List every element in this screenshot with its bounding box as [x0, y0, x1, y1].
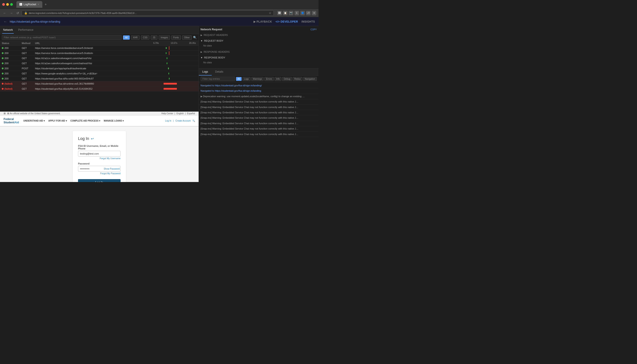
tab-details[interactable]: Details: [212, 68, 227, 76]
copy-button[interactable]: COPY: [310, 28, 317, 31]
extension-settings-icon[interactable]: ⚙: [312, 11, 316, 15]
espanol-link[interactable]: Español: [187, 112, 195, 115]
back-button[interactable]: ←: [2, 11, 7, 15]
extension-flag-icon[interactable]: 🔵: [300, 11, 305, 15]
filter-images-btn[interactable]: Images: [159, 36, 170, 40]
list-item: [Snap-ins] Warning: Embedded Service Cha…: [199, 105, 318, 110]
extension-e-icon[interactable]: E: [294, 11, 299, 15]
tab-performance[interactable]: Performance: [17, 26, 34, 34]
nav-manage-loans[interactable]: MANAGE LOANS ▾: [104, 120, 124, 122]
status-cell: (failed): [2, 82, 22, 85]
english-link[interactable]: English: [176, 112, 184, 115]
response-body-toggle[interactable]: ▼ RESPONSE BODY: [201, 55, 317, 60]
network-filter-input[interactable]: [2, 35, 122, 40]
lr-back-button[interactable]: ←: [4, 20, 7, 24]
nav-complete-aid[interactable]: COMPLETE AID PROCESS ▾: [71, 120, 100, 122]
active-tab[interactable]: 🅰 LogRocket ✕: [17, 1, 42, 8]
table-row[interactable]: 200 GET https://service.force.com/embedd…: [0, 46, 199, 51]
log-text: Deprecation warning: use moment.updateLo…: [203, 95, 305, 98]
timeline-t1: 6.78s: [153, 42, 159, 44]
log-filter-logs[interactable]: Logs: [242, 77, 250, 81]
tab-close-icon[interactable]: ✕: [38, 3, 39, 6]
header-method: Method: [22, 42, 35, 44]
log-filter-warnings[interactable]: Warnings: [251, 77, 264, 81]
log-in-link[interactable]: Log In: [165, 120, 171, 122]
filter-xhr-btn[interactable]: XHR: [131, 36, 140, 40]
address-bar[interactable]: 🔒 demo.logrocket.com/demo-kdz7k/logrocke…: [22, 10, 274, 16]
nav-understand-aid[interactable]: UNDERSTAND AID ▾: [23, 120, 45, 122]
timeline-cell: [152, 82, 197, 86]
filter-other-btn[interactable]: Other: [182, 36, 192, 40]
url-cell: https://d.la1wx.salesforceliveagent.com/…: [35, 62, 152, 65]
filter-fonts-btn[interactable]: Fonts: [171, 36, 181, 40]
tab-favicon: 🅰: [20, 3, 22, 6]
table-row[interactable]: 200 GET https://www.google-analytics.com…: [0, 71, 199, 76]
timeline-bar-failed: [164, 88, 177, 90]
network-table-header: Status Method URL 6.78s 13.57s 20.35s: [0, 41, 199, 46]
log-filter-input[interactable]: [201, 76, 235, 81]
browser-chrome: 🅰 LogRocket ✕ +: [0, 0, 318, 9]
network-filter-bar: All XHR CSS JS Images Fonts Other 🔍: [0, 34, 199, 41]
forgot-password-link[interactable]: Forgot My Password: [78, 172, 121, 175]
status-cell: (failed): [2, 88, 22, 90]
log-filter-errors[interactable]: Errors: [264, 77, 273, 81]
request-body-toggle[interactable]: ▼ REQUEST BODY: [201, 38, 317, 43]
forgot-username-link[interactable]: Forgot My Username: [78, 157, 121, 160]
show-password-button[interactable]: Show Password: [104, 168, 120, 170]
status-dot: [2, 78, 4, 80]
tab-logs[interactable]: Logs: [199, 68, 212, 76]
log-text: [Snap-ins] Warning: Embedded Service Cha…: [201, 116, 298, 119]
log-filter-redux[interactable]: Redux: [293, 77, 302, 81]
forward-button[interactable]: →: [9, 11, 14, 15]
login-button[interactable]: Log In: [78, 179, 121, 182]
request-headers-toggle[interactable]: ▶ REQUEST HEADERS: [201, 33, 317, 37]
new-tab-button[interactable]: +: [43, 2, 48, 6]
log-filter-navigation[interactable]: Navigation: [303, 77, 317, 81]
extension-lr-icon[interactable]: LR: [306, 11, 310, 15]
nav-apply-for-aid[interactable]: APPLY FOR AID ▾: [48, 120, 67, 122]
tab-bar: 🅰 LogRocket ✕ +: [17, 1, 316, 8]
table-row[interactable]: (failed) GET https://studentaid.gov/fsa-…: [0, 81, 199, 86]
refresh-button[interactable]: ↺: [16, 11, 20, 15]
timeline-cell: [152, 56, 197, 60]
playback-button[interactable]: ▶ PLAYBACK: [253, 20, 272, 23]
response-headers-toggle[interactable]: ▶ RESPONSE HEADERS: [201, 50, 317, 54]
table-row[interactable]: 200 GET https://studentaid.gov/fsa-id/fa…: [0, 76, 199, 81]
table-row[interactable]: 200 GET https://d.la1cx.salesforceliveag…: [0, 56, 199, 61]
login-title: Log In ↩: [78, 136, 121, 141]
extension-camera-icon[interactable]: 📷: [289, 11, 293, 15]
log-filter-all[interactable]: All: [236, 77, 242, 81]
table-row[interactable]: (failed) GET https://studentaid.gov/fsa-…: [0, 86, 199, 92]
status-dot: [2, 57, 4, 59]
log-filter-info[interactable]: Info: [275, 77, 281, 81]
close-button[interactable]: [2, 3, 5, 6]
extension-icon[interactable]: 🅰: [277, 11, 282, 15]
status-cell: 200: [2, 62, 22, 65]
extension-copy-icon[interactable]: 📋: [283, 11, 287, 15]
header-status: Status: [2, 42, 22, 44]
minimize-button[interactable]: [6, 3, 9, 6]
url-cell: https://studentaid.gov/fsa-id/fa-solid-9…: [35, 77, 152, 80]
network-request-title: Network Request COPY: [201, 28, 317, 31]
filter-css-btn[interactable]: CSS: [141, 36, 150, 40]
list-item: ▶ Deprecation warning: use moment.update…: [199, 94, 318, 99]
status-dot: [2, 88, 4, 90]
maximize-button[interactable]: [10, 3, 13, 6]
log-filter-debug[interactable]: Debug: [282, 77, 292, 81]
filter-all-btn[interactable]: All: [123, 36, 129, 40]
create-account-link[interactable]: Create Account: [175, 120, 190, 122]
insights-button[interactable]: INSIGHTS: [301, 20, 315, 23]
method-cell: GET: [22, 72, 35, 75]
help-center-link[interactable]: Help Center: [161, 112, 173, 115]
table-row[interactable]: 200 GET https://service.force.com/embedd…: [0, 51, 199, 56]
filter-js-btn[interactable]: JS: [151, 36, 157, 40]
fsaid-input[interactable]: [78, 151, 121, 156]
developer-button[interactable]: </> DEVELOPER: [275, 20, 298, 23]
table-row[interactable]: 200 POST https://studentaid.gov/app/api/…: [0, 66, 199, 71]
filter-search-icon[interactable]: 🔍: [193, 36, 197, 39]
status-cell: 200: [2, 52, 22, 54]
expand-icon[interactable]: ▶: [201, 95, 203, 98]
table-row[interactable]: 200 GET https://d.la1wx.salesforceliveag…: [0, 61, 199, 66]
tab-network[interactable]: Network: [2, 26, 14, 34]
search-icon[interactable]: 🔍: [192, 120, 195, 122]
